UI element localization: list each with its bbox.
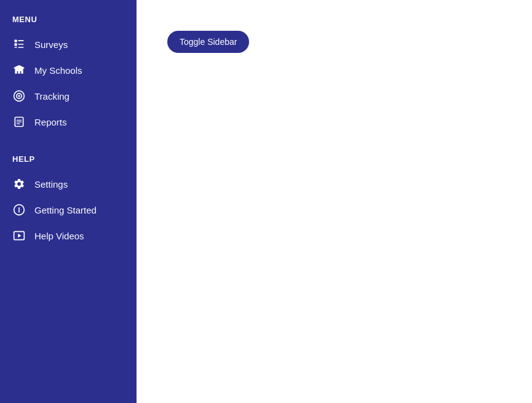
sidebar: MENU Surveys My Schools: [0, 0, 137, 403]
sidebar-item-my-schools[interactable]: My Schools: [0, 57, 137, 83]
my-schools-icon: [12, 63, 26, 77]
svg-rect-1: [15, 43, 17, 46]
surveys-icon: [12, 38, 26, 51]
surveys-label: Surveys: [34, 39, 68, 50]
svg-point-14: [18, 208, 19, 209]
reports-icon: [12, 115, 26, 129]
svg-rect-10: [17, 120, 22, 121]
main-content: Toggle Sidebar: [137, 0, 532, 403]
getting-started-icon: [12, 203, 26, 217]
settings-label: Settings: [34, 179, 68, 190]
tracking-icon: [12, 89, 26, 103]
toggle-sidebar-button[interactable]: Toggle Sidebar: [167, 31, 249, 53]
sidebar-item-tracking[interactable]: Tracking: [0, 83, 137, 109]
svg-rect-0: [15, 40, 17, 42]
svg-rect-2: [15, 47, 17, 48]
sidebar-item-getting-started[interactable]: Getting Started: [0, 197, 137, 223]
help-section-label: HELP: [0, 150, 137, 171]
help-videos-icon: [12, 229, 26, 242]
svg-rect-5: [18, 47, 23, 48]
svg-rect-3: [18, 40, 23, 41]
sidebar-item-settings[interactable]: Settings: [0, 171, 137, 197]
settings-icon: [12, 177, 26, 191]
getting-started-label: Getting Started: [34, 205, 97, 215]
tracking-label: Tracking: [34, 91, 69, 102]
sidebar-item-help-videos[interactable]: Help Videos: [0, 223, 137, 249]
reports-label: Reports: [34, 117, 67, 127]
svg-rect-4: [18, 44, 23, 45]
sidebar-item-surveys[interactable]: Surveys: [0, 31, 137, 57]
svg-rect-11: [17, 122, 22, 122]
my-schools-label: My Schools: [34, 65, 82, 76]
svg-rect-12: [17, 124, 20, 124]
svg-point-8: [18, 95, 20, 97]
menu-section-label: MENU: [0, 10, 137, 31]
sidebar-item-reports[interactable]: Reports: [0, 109, 137, 135]
help-videos-label: Help Videos: [34, 231, 84, 241]
svg-marker-16: [18, 234, 21, 238]
